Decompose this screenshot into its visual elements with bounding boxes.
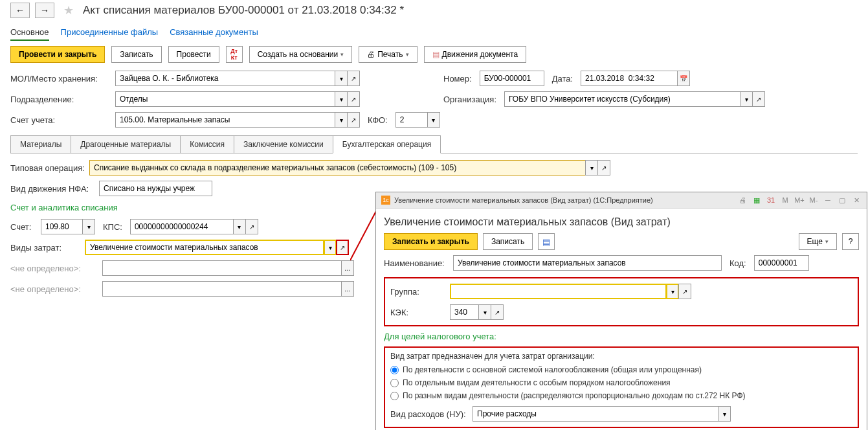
dialog-group-label: Группа: bbox=[390, 287, 442, 297]
back-button[interactable]: ← bbox=[10, 3, 30, 18]
acct-label: Счет: bbox=[10, 222, 33, 232]
subtab-commission[interactable]: Комиссия bbox=[180, 135, 234, 153]
nfa-input[interactable] bbox=[99, 181, 212, 196]
mol-dropdown-button[interactable]: ▾ bbox=[335, 71, 348, 86]
dialog-write-button[interactable]: Записать bbox=[483, 233, 533, 250]
subtab-conclusion[interactable]: Заключение комиссии bbox=[234, 135, 333, 153]
tab-attached-files[interactable]: Присоединенные файлы bbox=[61, 25, 159, 41]
kfo-label: КФО: bbox=[368, 115, 388, 125]
undef-input-1[interactable] bbox=[102, 260, 342, 276]
post-button[interactable]: Провести bbox=[168, 46, 219, 63]
dialog-more-button[interactable]: Еще bbox=[799, 233, 837, 250]
undef-input-2[interactable] bbox=[102, 281, 342, 297]
expense-type-dialog: 1c Увеличение стоимости материальных зап… bbox=[375, 192, 867, 299]
m-plus-icon[interactable]: M+ bbox=[794, 195, 805, 205]
date-input[interactable] bbox=[581, 71, 678, 86]
expense-label: Виды затрат: bbox=[10, 243, 77, 253]
document-movements-button[interactable]: ▤ Движения документа bbox=[424, 46, 527, 63]
org-open-button[interactable]: ↗ bbox=[752, 91, 765, 107]
typical-op-open-button[interactable]: ↗ bbox=[597, 160, 610, 175]
dialog-group-input[interactable] bbox=[450, 284, 667, 299]
calendar-icon[interactable]: 📅 bbox=[677, 71, 690, 86]
dialog-name-input[interactable] bbox=[453, 255, 722, 271]
kps-dropdown-button[interactable]: ▾ bbox=[233, 219, 246, 234]
acct-dropdown-button[interactable]: ▾ bbox=[82, 219, 95, 234]
mol-input[interactable] bbox=[115, 71, 335, 86]
undef-label-2: <не определено>: bbox=[10, 284, 95, 294]
cal-icon[interactable]: 31 bbox=[766, 195, 776, 205]
write-button[interactable]: Записать bbox=[111, 46, 161, 63]
dept-input[interactable] bbox=[115, 91, 335, 107]
dialog-code-input[interactable] bbox=[754, 255, 809, 271]
tab-linked-docs[interactable]: Связанные документы bbox=[170, 25, 258, 41]
account-dropdown-button[interactable]: ▾ bbox=[335, 112, 348, 128]
dept-label: Подразделение: bbox=[10, 95, 107, 104]
kfo-input[interactable] bbox=[395, 112, 428, 128]
page-title: Акт списания материалов БУ00-000001 от 2… bbox=[83, 4, 404, 17]
list-icon: ▤ bbox=[432, 50, 440, 59]
printer-icon: 🖨 bbox=[367, 50, 375, 59]
print-icon[interactable]: 🖨 bbox=[737, 195, 748, 205]
org-label: Организация: bbox=[443, 95, 496, 104]
org-dropdown-button[interactable]: ▾ bbox=[740, 91, 753, 107]
undef-open-2[interactable]: … bbox=[341, 281, 354, 297]
app-icon: 1c bbox=[381, 196, 390, 205]
date-label: Дата: bbox=[552, 74, 573, 84]
undef-open-1[interactable]: … bbox=[341, 260, 354, 276]
dialog-save-close-button[interactable]: Записать и закрыть bbox=[384, 233, 478, 250]
dialog-name-label: Наименование: bbox=[384, 258, 445, 268]
typical-op-input[interactable] bbox=[89, 160, 586, 175]
typical-op-label: Типовая операция: bbox=[10, 163, 82, 173]
mol-label: МОЛ/Место хранения: bbox=[10, 74, 107, 84]
org-input[interactable] bbox=[504, 91, 740, 107]
dialog-title: Увеличение стоимости материальных запасо… bbox=[384, 214, 859, 233]
dialog-code-label: Код: bbox=[729, 258, 746, 268]
dialog-help-button[interactable]: ? bbox=[842, 233, 859, 250]
dialog-window-title: Увеличение стоимости материальных запасо… bbox=[394, 196, 653, 204]
forward-button[interactable]: → bbox=[35, 3, 54, 18]
minimize-icon[interactable]: ─ bbox=[823, 195, 833, 205]
account-input[interactable] bbox=[115, 112, 335, 128]
m-minus-icon[interactable]: M- bbox=[808, 195, 819, 205]
account-label: Счет учета: bbox=[10, 115, 107, 125]
kps-open-button[interactable]: ↗ bbox=[245, 219, 258, 234]
expense-dropdown-button[interactable]: ▾ bbox=[324, 240, 337, 255]
acct-input[interactable] bbox=[41, 219, 83, 234]
subtab-materials[interactable]: Материалы bbox=[10, 135, 71, 153]
m-icon[interactable]: M bbox=[780, 195, 790, 205]
close-icon[interactable]: ✕ bbox=[851, 195, 862, 205]
dept-open-button[interactable]: ↗ bbox=[347, 91, 360, 107]
kfo-dropdown-button[interactable]: ▾ bbox=[427, 112, 440, 128]
dt-kt-icon[interactable]: ДтКт bbox=[226, 46, 243, 63]
number-label: Номер: bbox=[443, 74, 472, 84]
post-and-close-button[interactable]: Провести и закрыть bbox=[10, 46, 105, 63]
expense-open-button[interactable]: ↗ bbox=[336, 240, 349, 255]
maximize-icon[interactable]: ▢ bbox=[837, 195, 847, 205]
dept-dropdown-button[interactable]: ▾ bbox=[335, 91, 348, 107]
print-button[interactable]: 🖨 Печать bbox=[359, 46, 417, 63]
subtab-accounting[interactable]: Бухгалтерская операция bbox=[333, 135, 441, 153]
tab-main[interactable]: Основное bbox=[10, 25, 49, 41]
favorite-star-icon[interactable]: ★ bbox=[63, 3, 74, 17]
create-based-on-button[interactable]: Создать на основании bbox=[249, 46, 353, 63]
mol-open-button[interactable]: ↗ bbox=[347, 71, 360, 86]
nfa-label: Вид движения НФА: bbox=[10, 184, 91, 194]
kps-label: КПС: bbox=[103, 222, 122, 232]
kps-input[interactable] bbox=[130, 219, 234, 234]
subtab-precious[interactable]: Драгоценные материалы bbox=[71, 135, 181, 153]
dialog-group-open[interactable]: ↗ bbox=[678, 284, 691, 299]
account-open-button[interactable]: ↗ bbox=[347, 112, 360, 128]
expense-type-input[interactable] bbox=[85, 240, 324, 255]
grid-icon[interactable]: ▦ bbox=[751, 195, 762, 205]
dialog-list-icon[interactable]: ▤ bbox=[538, 233, 555, 250]
typical-op-dropdown-button[interactable]: ▾ bbox=[585, 160, 598, 175]
undef-label-1: <не определено>: bbox=[10, 264, 95, 273]
number-input[interactable] bbox=[480, 71, 544, 86]
dialog-group-dropdown[interactable]: ▾ bbox=[666, 284, 679, 299]
